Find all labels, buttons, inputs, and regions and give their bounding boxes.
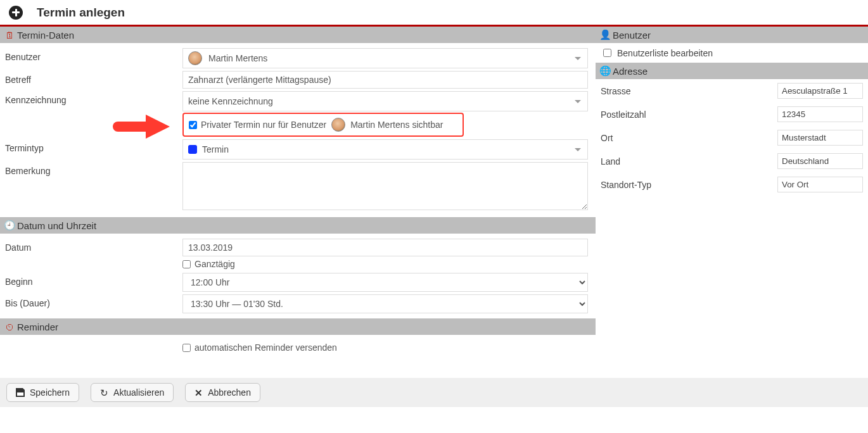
section-header-termin-daten: 🗓 Termin-Daten [0,27,596,43]
add-circle-icon [9,6,23,20]
section-title-datetime: Datum und Uhrzeit [17,220,96,231]
benutzer-select[interactable]: Martin Mertens [182,48,588,68]
refresh-button[interactable]: ↻ Aktualisieren [91,383,174,402]
bis-select[interactable]: 13:30 Uhr — 01'30 Std. [182,294,588,313]
beginn-select[interactable]: 12:00 Uhr [182,273,588,292]
label-benutzerliste: Benutzerliste bearbeiten [617,48,713,58]
cancel-button[interactable]: ✕ Abbrechen [185,383,260,402]
label-auto-reminder: automatischen Reminder versenden [195,342,337,353]
avatar-icon [331,118,345,132]
termintyp-value: Termin [202,144,229,154]
label-standort: Standort-Typ [601,180,651,190]
page-title: Termin anlegen [37,6,125,20]
label-bemerkung: Bemerkung [5,162,182,176]
strasse-input[interactable] [777,83,863,99]
reminder-clock-icon: ⏲ [5,322,14,332]
label-betreff: Betreff [5,71,182,85]
label-kennzeichnung: Kennzeichnung [5,91,182,105]
betreff-input[interactable] [182,71,588,89]
save-button[interactable]: Speichern [6,383,79,402]
land-input[interactable] [777,153,863,169]
avatar-icon [188,51,202,65]
chevron-down-icon [575,100,581,103]
section-title-adresse: Adresse [613,66,648,77]
private-text-pre: Privater Termin nur für Benutzer [201,120,326,130]
section-header-benutzer: 👤 Benutzer [596,27,868,43]
label-termintyp: Termintyp [5,139,182,153]
ganztaegig-checkbox[interactable] [182,260,191,268]
refresh-label: Aktualisieren [113,387,164,398]
label-land: Land [601,156,620,166]
termintyp-select[interactable]: Termin [182,139,588,160]
action-bar: Speichern ↻ Aktualisieren ✕ Abbrechen [0,378,868,407]
benutzer-value: Martin Mertens [208,53,267,63]
kennzeichnung-select[interactable]: keine Kennzeichnung [182,91,588,111]
refresh-icon: ↻ [100,388,108,398]
section-title-benutzer: Benutzer [613,30,651,41]
standort-input[interactable] [777,177,863,192]
chevron-down-icon [575,57,581,60]
cancel-label: Abbrechen [208,387,251,398]
ort-input[interactable] [777,130,863,146]
auto-reminder-checkbox[interactable] [182,344,191,352]
kennzeichnung-value: keine Kennzeichnung [188,96,273,106]
label-beginn: Beginn [5,273,182,287]
plz-input[interactable] [777,106,863,122]
label-strasse: Strasse [601,86,630,96]
bemerkung-textarea[interactable] [182,162,588,210]
section-title-termin-daten: Termin-Daten [17,30,74,41]
label-datum: Datum [5,239,182,253]
page-header: Termin anlegen [0,0,868,27]
cancel-icon: ✕ [195,388,203,398]
private-checkbox[interactable] [189,121,197,129]
label-bis: Bis (Dauer) [5,294,182,308]
label-ort: Ort [601,133,613,143]
label-plz: Postleitzahl [601,110,646,120]
globe-icon: 🌐 [601,65,610,77]
label-benutzer: Benutzer [5,48,182,62]
section-header-adresse: 🌐 Adresse [596,63,868,79]
chevron-down-icon [575,148,581,151]
section-header-reminder: ⏲ Reminder [0,318,596,335]
highlight-arrow-icon [113,116,170,133]
save-icon [16,388,25,397]
section-title-reminder: Reminder [17,322,58,332]
calendar-icon: 🗓 [5,30,14,41]
clock-icon: 🕘 [5,220,14,231]
private-appointment-box: Privater Termin nur für Benutzer Martin … [182,113,464,137]
benutzerliste-row: Benutzerliste bearbeiten [601,47,713,59]
user-icon: 👤 [601,29,610,41]
private-text-post: Martin Mertens sichtbar [350,120,443,130]
color-dot-icon [188,145,197,154]
benutzerliste-checkbox[interactable] [603,49,611,57]
save-label: Speichern [30,387,70,398]
section-header-datetime: 🕘 Datum und Uhrzeit [0,217,596,234]
label-ganztaegig: Ganztägig [195,259,235,269]
datum-input[interactable] [182,239,588,256]
